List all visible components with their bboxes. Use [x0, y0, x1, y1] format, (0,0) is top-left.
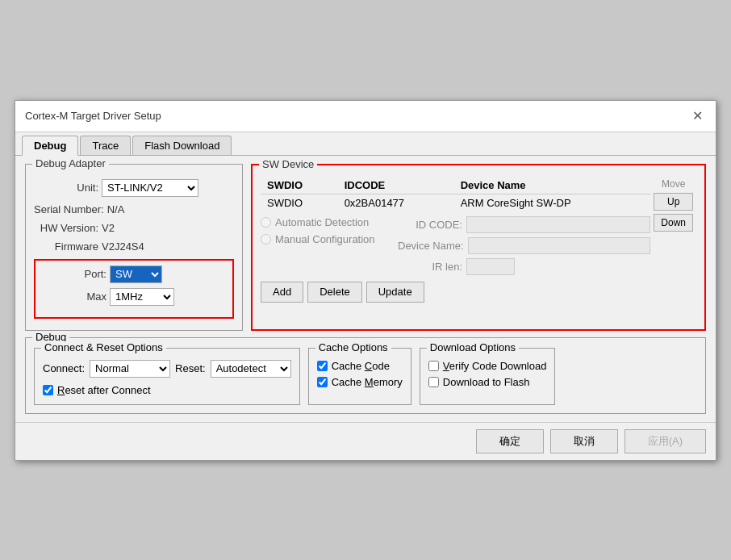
port-section: Port: SW JTAG Max 1MHz 2MHz — [34, 259, 234, 319]
reset-label: Reset: — [175, 362, 206, 374]
max-row: Max 1MHz 2MHz — [42, 288, 226, 306]
reset-after-label: Reset after Connect — [57, 384, 151, 396]
cancel-button[interactable]: 取消 — [550, 429, 618, 453]
id-code-label: ID CODE: — [398, 219, 462, 231]
ir-len-input[interactable] — [466, 258, 515, 275]
firmware-label: Firmware — [34, 240, 98, 253]
port-label: Port: — [42, 268, 107, 280]
sw-device-table: SWDIO IDCODE Device Name SWDIO 0x2BA0147… — [261, 177, 650, 211]
serial-value: N/A — [107, 203, 125, 215]
title-bar: Cortex-M Target Driver Setup ✕ — [15, 101, 716, 132]
col-swdio: SWDIO — [261, 177, 338, 194]
download-flash-label: Download to Flash — [443, 376, 530, 388]
max-label: Max — [42, 290, 107, 303]
debug-adapter-group: Debug Adapter Unit: ST-LINK/V2 Serial Nu… — [25, 164, 243, 331]
download-flash-checkbox[interactable] — [428, 377, 439, 387]
hw-value: V2 — [102, 222, 115, 234]
firmware-row: Firmware V2J24S4 — [34, 240, 234, 253]
cell-device-name: ARM CoreSight SW-DP — [454, 194, 651, 211]
unit-row: Unit: ST-LINK/V2 — [34, 179, 234, 197]
manual-config-row: Manual Configuration — [261, 233, 390, 245]
confirm-button[interactable]: 确定 — [476, 429, 544, 453]
device-name-label: Device Name: — [398, 240, 464, 252]
cache-memory-label: Cache Memory — [332, 376, 403, 388]
dialog-window: Cortex-M Target Driver Setup ✕ Debug Tra… — [15, 100, 716, 461]
update-button[interactable]: Update — [366, 282, 424, 303]
verify-checkbox[interactable] — [428, 361, 439, 371]
tab-bar: Debug Trace Flash Download — [15, 132, 716, 156]
serial-label: Serial Number: — [34, 203, 104, 215]
debug-section: Debug Connect & Reset Options Connect: N… — [25, 337, 706, 414]
serial-row: Serial Number: N/A — [34, 203, 234, 215]
connect-reset-group: Connect & Reset Options Connect: Normal … — [34, 348, 300, 405]
cache-options-label: Cache Options — [315, 341, 391, 353]
connect-reset-label: Connect & Reset Options — [41, 341, 166, 353]
detection-area: Automatic Detection Manual Configuration… — [261, 216, 650, 275]
connect-row: Connect: Normal Under Reset Reset: Autod… — [43, 360, 291, 378]
reset-after-checkbox[interactable] — [43, 385, 53, 395]
unit-label: Unit: — [34, 182, 98, 194]
cache-code-label: Cache Code — [332, 360, 390, 372]
sw-device-inner: SWDIO IDCODE Device Name SWDIO 0x2BA0147… — [261, 177, 696, 303]
manual-config-label: Manual Configuration — [275, 233, 375, 245]
delete-button[interactable]: Delete — [307, 282, 362, 303]
sw-device-side-buttons: Move Up Down — [650, 177, 696, 303]
firmware-value: V2J24S4 — [102, 240, 144, 253]
tab-trace[interactable]: Trace — [80, 136, 131, 155]
sw-device-group: SW Device SWDIO IDCODE Device Name — [251, 164, 706, 331]
cache-code-checkbox[interactable] — [317, 361, 328, 371]
port-row: Port: SW JTAG — [42, 265, 226, 283]
down-button[interactable]: Down — [654, 214, 693, 232]
connect-label: Connect: — [43, 362, 85, 374]
add-button[interactable]: Add — [261, 282, 303, 303]
table-row: SWDIO 0x2BA01477 ARM CoreSight SW-DP — [261, 194, 650, 211]
verify-row: Verify Code Download — [428, 360, 547, 372]
automatic-detection-radio[interactable] — [261, 217, 271, 228]
up-button[interactable]: Up — [654, 193, 693, 211]
reset-after-row: Reset after Connect — [43, 384, 291, 396]
action-buttons: Add Delete Update — [261, 282, 650, 303]
apply-button[interactable]: 应用(A) — [624, 429, 706, 453]
hw-row: HW Version: V2 — [34, 222, 234, 234]
config-fields: ID CODE: Device Name: IR len: — [398, 216, 650, 275]
sw-device-content: SWDIO IDCODE Device Name SWDIO 0x2BA0147… — [261, 177, 650, 303]
manual-config-radio[interactable] — [261, 234, 271, 244]
cell-idcode: 0x2BA01477 — [338, 194, 454, 211]
id-code-row: ID CODE: — [398, 216, 650, 233]
ir-len-label: IR len: — [398, 261, 462, 273]
hw-label: HW Version: — [34, 222, 98, 234]
cache-memory-row: Cache Memory — [317, 376, 403, 388]
unit-select[interactable]: ST-LINK/V2 — [102, 179, 198, 197]
move-label: Move — [654, 178, 693, 190]
cache-memory-checkbox[interactable] — [317, 377, 328, 387]
ir-len-row: IR len: — [398, 258, 650, 275]
cell-swdio: SWDIO — [261, 194, 338, 211]
download-options-group: Download Options Verify Code Download Do… — [420, 348, 556, 405]
debug-inner: Connect & Reset Options Connect: Normal … — [34, 348, 697, 405]
tab-debug[interactable]: Debug — [22, 136, 78, 156]
id-code-input[interactable] — [466, 216, 650, 233]
max-select[interactable]: 1MHz 2MHz — [110, 288, 174, 306]
dialog-footer: 确定 取消 应用(A) — [15, 422, 716, 460]
col-idcode: IDCODE — [338, 177, 454, 194]
col-device-name-header: Device Name — [454, 177, 651, 194]
sw-device-label: SW Device — [259, 158, 317, 170]
radio-group: Automatic Detection Manual Configuration — [261, 216, 390, 245]
device-name-row: Device Name: — [398, 237, 650, 254]
debug-adapter-label: Debug Adapter — [32, 157, 109, 169]
automatic-detection-label: Automatic Detection — [275, 216, 369, 228]
connect-select[interactable]: Normal Under Reset — [90, 360, 170, 378]
cache-options-group: Cache Options Cache Code Cache Memory — [308, 348, 411, 405]
close-button[interactable]: ✕ — [688, 107, 706, 125]
port-select[interactable]: SW JTAG — [110, 265, 162, 283]
dialog-title: Cortex-M Target Driver Setup — [25, 110, 161, 122]
reset-select[interactable]: Autodetect Software Hardware — [211, 360, 291, 378]
download-options-label: Download Options — [427, 341, 519, 353]
device-name-input[interactable] — [468, 237, 651, 254]
tab-flash-download[interactable]: Flash Download — [132, 136, 232, 155]
dialog-body: Debug Adapter Unit: ST-LINK/V2 Serial Nu… — [15, 156, 716, 422]
verify-label: Verify Code Download — [443, 360, 547, 372]
download-flash-row: Download to Flash — [428, 376, 547, 388]
top-section: Debug Adapter Unit: ST-LINK/V2 Serial Nu… — [25, 164, 706, 331]
automatic-detection-row: Automatic Detection — [261, 216, 390, 228]
